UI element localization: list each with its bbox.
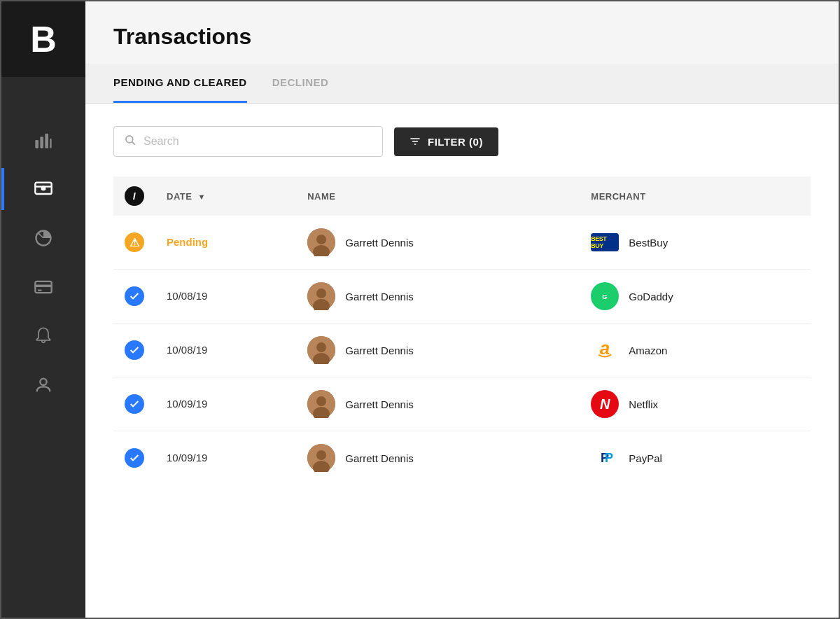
svg-point-15 [316, 235, 326, 244]
sidebar-item-reports[interactable] [1, 217, 85, 259]
person-name: Garrett Dennis [345, 237, 414, 249]
date-cell: 10/09/19 [155, 377, 296, 431]
search-icon [124, 134, 136, 149]
table-row[interactable]: ⚠Pending Garrett Dennis BEST BUY BestBuy [113, 216, 811, 270]
merchant-name: GoDaddy [629, 291, 673, 302]
table-row[interactable]: 10/08/19 Garrett Dennis a Amazon [113, 324, 811, 377]
person-name: Garrett Dennis [345, 452, 414, 464]
svg-point-29 [316, 396, 326, 406]
cleared-icon [125, 286, 144, 306]
person-name: Garrett Dennis [345, 345, 414, 356]
person-name: Garrett Dennis [345, 398, 414, 410]
sidebar-item-notifications[interactable] [1, 315, 85, 357]
name-container: Garrett Dennis [307, 282, 568, 310]
avatar [307, 444, 335, 472]
name-cell: Garrett Dennis [296, 324, 580, 377]
table-header: i DATE ▼ NAME MERCHANT [113, 176, 811, 216]
cleared-icon [125, 394, 144, 414]
analytics-icon [34, 130, 53, 150]
status-cell [113, 270, 155, 324]
merchant-name: Netflix [629, 398, 658, 410]
svg-point-18 [316, 288, 326, 298]
svg-rect-10 [38, 290, 42, 291]
merchant-container: P P PayPal [591, 444, 799, 472]
date-value: 10/08/19 [167, 290, 207, 302]
sidebar: B [1, 1, 85, 618]
svg-rect-0 [35, 140, 38, 148]
person-name: Garrett Dennis [345, 291, 414, 302]
svg-line-13 [132, 142, 135, 145]
col-name-label: NAME [307, 191, 335, 202]
merchant-container: BEST BUY BestBuy [591, 233, 799, 251]
name-cell: Garrett Dennis [296, 216, 580, 270]
svg-point-32 [316, 450, 326, 460]
status-cell [113, 324, 155, 377]
avatar [307, 228, 335, 256]
merchant-cell: BEST BUY BestBuy [580, 216, 811, 270]
page-title: Transactions [113, 24, 811, 50]
date-cell: 10/08/19 [155, 324, 296, 377]
sidebar-item-analytics[interactable] [1, 119, 85, 161]
name-cell: Garrett Dennis [296, 431, 580, 485]
status-cell: ⚠ [113, 216, 155, 270]
search-filter-row: FILTER (0) [113, 126, 811, 157]
merchant-container: N Netflix [591, 390, 799, 418]
merchant-cell: G GoDaddy [580, 270, 811, 324]
svg-rect-6 [35, 186, 51, 187]
table-row[interactable]: 10/09/19 Garrett Dennis N Netflix [113, 377, 811, 431]
name-container: Garrett Dennis [307, 228, 568, 256]
col-date[interactable]: DATE ▼ [155, 176, 296, 216]
godaddy-logo: G [591, 282, 619, 310]
search-input[interactable] [144, 135, 372, 148]
logo-text: B [30, 21, 57, 57]
main-content: Transactions PENDING AND CLEARED DECLINE… [85, 1, 839, 618]
merchant-cell: a Amazon [580, 324, 811, 377]
cleared-icon [125, 340, 144, 360]
col-status: i [113, 176, 155, 216]
svg-point-23 [316, 342, 326, 352]
tab-pending-cleared[interactable]: PENDING AND CLEARED [113, 64, 247, 103]
filter-label: FILTER (0) [428, 136, 483, 148]
table-row[interactable]: 10/08/19 Garrett Dennis G GoDaddy [113, 270, 811, 324]
date-value: 10/08/19 [167, 344, 207, 356]
content-area: FILTER (0) i DATE ▼ NAME [85, 104, 839, 618]
reports-icon [34, 228, 53, 248]
svg-rect-1 [40, 137, 43, 148]
filter-button[interactable]: FILTER (0) [394, 127, 498, 156]
status-cell [113, 431, 155, 485]
col-merchant-label: MERCHANT [591, 191, 645, 202]
tabs-bar: PENDING AND CLEARED DECLINED [85, 64, 839, 104]
sort-arrow: ▼ [198, 193, 206, 201]
avatar [307, 282, 335, 310]
notifications-icon [34, 326, 53, 346]
profile-icon [34, 375, 53, 395]
date-cell: 10/09/19 [155, 431, 296, 485]
svg-point-11 [40, 379, 46, 385]
merchant-cell: N Netflix [580, 377, 811, 431]
name-container: Garrett Dennis [307, 444, 568, 472]
sidebar-item-transactions[interactable] [1, 168, 85, 210]
info-icon[interactable]: i [125, 186, 144, 206]
merchant-container: G GoDaddy [591, 282, 799, 310]
table-row[interactable]: 10/09/19 Garrett Dennis P P PayPal [113, 431, 811, 485]
merchant-name: Amazon [629, 345, 667, 356]
merchant-name: BestBuy [629, 237, 668, 249]
svg-text:G: G [603, 293, 608, 300]
date-value: 10/09/19 [167, 452, 207, 464]
merchant-name: PayPal [629, 452, 662, 464]
amazon-logo: a [591, 336, 619, 364]
sidebar-item-cards[interactable] [1, 266, 85, 308]
search-wrapper[interactable] [113, 126, 383, 157]
name-cell: Garrett Dennis [296, 270, 580, 324]
sidebar-logo: B [1, 1, 85, 77]
avatar [307, 336, 335, 364]
transactions-table: i DATE ▼ NAME MERCHANT [113, 176, 811, 485]
sidebar-nav [1, 119, 85, 406]
date-cell: 10/08/19 [155, 270, 296, 324]
svg-rect-3 [50, 139, 51, 148]
tab-declined[interactable]: DECLINED [272, 64, 329, 103]
name-container: Garrett Dennis [307, 390, 568, 418]
sidebar-item-profile[interactable] [1, 364, 85, 406]
svg-text:P: P [605, 451, 613, 465]
svg-rect-2 [45, 134, 48, 148]
